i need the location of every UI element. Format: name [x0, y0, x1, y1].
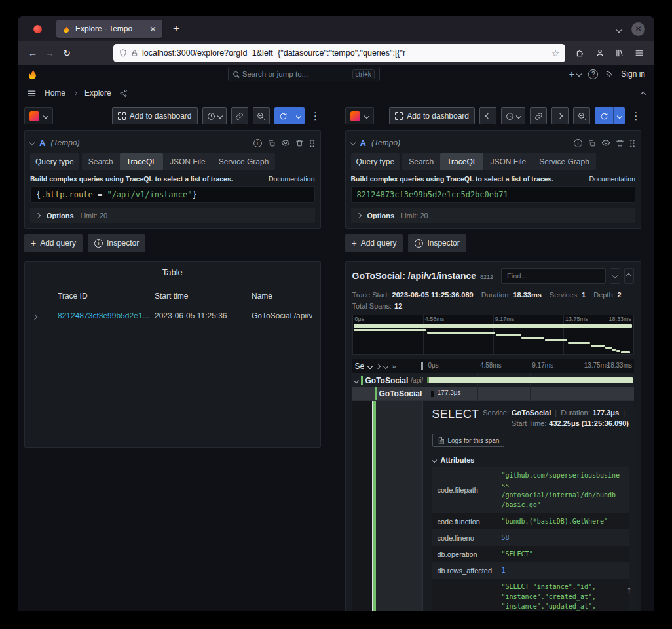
time-range-picker[interactable]: [501, 107, 525, 124]
logs-for-span-button[interactable]: Logs for this span: [432, 434, 505, 447]
inspector-button[interactable]: i Inspector: [408, 234, 466, 252]
profile-avatar-icon[interactable]: [33, 25, 42, 33]
zoom-out-button[interactable]: [573, 107, 590, 124]
query-help-icon[interactable]: i: [574, 139, 582, 147]
attribute-row[interactable]: code.filepath"github.com/superseriousbus…: [432, 467, 629, 513]
traceql-editor-left[interactable]: {.http.route = "/api/v1/instance"}: [30, 186, 315, 203]
url-text[interactable]: localhost:3000/explore?orgId=1&left={"da…: [142, 48, 548, 58]
attribute-row[interactable]: db.rows_affected1: [432, 562, 629, 579]
tab-json-file[interactable]: JSON File: [163, 153, 212, 170]
mega-menu-icon[interactable]: [27, 88, 37, 98]
new-tab-button[interactable]: +: [168, 20, 185, 37]
expand-row-icon[interactable]: [33, 310, 58, 322]
collapse-one-icon[interactable]: [376, 364, 380, 368]
column-resize-handle[interactable]: [421, 362, 423, 370]
create-menu-button[interactable]: +: [569, 69, 582, 79]
attribute-row[interactable]: db.operation"SELECT": [432, 546, 629, 562]
find-prev-button[interactable]: [624, 268, 634, 284]
column-header-start-time[interactable]: Start time: [155, 292, 252, 301]
tab-service-graph[interactable]: Service Graph: [212, 153, 276, 170]
link-split-button[interactable]: [530, 107, 547, 124]
documentation-link[interactable]: Documentation: [589, 175, 635, 183]
run-query-button[interactable]: [595, 107, 625, 124]
datasource-picker[interactable]: [24, 107, 53, 124]
breadcrumb-home[interactable]: Home: [45, 88, 65, 98]
collapse-page-icon[interactable]: [641, 87, 645, 99]
collapse-all-icon[interactable]: »: [392, 362, 396, 370]
back-button[interactable]: ←: [24, 45, 41, 62]
disable-query-eye-icon[interactable]: [281, 138, 290, 147]
menu-icon[interactable]: [631, 45, 648, 62]
shield-icon[interactable]: [119, 49, 127, 57]
extensions-icon[interactable]: [572, 45, 589, 62]
url-bar[interactable]: localhost:3000/explore?orgId=1&left={"da…: [113, 44, 565, 62]
time-shift-back-button[interactable]: [479, 107, 496, 124]
link-split-button[interactable]: [231, 107, 248, 124]
service-column-label[interactable]: Se: [355, 362, 365, 371]
share-icon[interactable]: [119, 89, 128, 98]
trace-minimap[interactable]: 0μs4.58ms9.17ms13.75ms18.33ms: [352, 314, 635, 355]
reload-button[interactable]: ↻: [58, 45, 75, 62]
traceql-editor-right[interactable]: 82124873cf3e99b5d2e1cc5d2bc0eb71: [351, 186, 636, 203]
run-interval-dropdown[interactable]: [613, 107, 625, 124]
tab-traceql[interactable]: TraceQL: [440, 153, 483, 170]
span-row-selected[interactable]: GoToSocial 177.3μs: [352, 387, 635, 401]
attribute-row[interactable]: code.function"bundb.(*basicDB).GetWhere": [432, 513, 629, 529]
tab-search[interactable]: Search: [82, 153, 120, 170]
browser-tab[interactable]: Explore - Tempo ✕: [56, 20, 162, 38]
datasource-picker[interactable]: [345, 107, 374, 124]
kebab-menu-icon[interactable]: ⋮: [631, 110, 641, 122]
chevron-down-icon[interactable]: [367, 363, 373, 368]
grafana-logo-icon[interactable]: [27, 68, 39, 80]
time-shift-forward-button[interactable]: [551, 107, 569, 124]
drag-handle-icon[interactable]: [309, 139, 315, 147]
add-query-button[interactable]: + Add query: [24, 234, 83, 252]
help-icon[interactable]: ?: [588, 69, 598, 79]
table-row[interactable]: 82124873cf3e99b5d2e1... 2023-06-05 11:25…: [25, 306, 320, 326]
library-icon[interactable]: [611, 45, 628, 62]
collapse-query-icon[interactable]: [29, 140, 35, 145]
bookmark-star-icon[interactable]: ☆: [551, 48, 559, 58]
add-to-dashboard-button[interactable]: Add to dashboard: [112, 107, 198, 124]
disable-query-eye-icon[interactable]: [601, 138, 610, 147]
pane-splitter[interactable]: [321, 107, 345, 611]
drag-handle-icon[interactable]: [629, 139, 635, 147]
documentation-link[interactable]: Documentation: [269, 175, 315, 183]
delete-query-icon[interactable]: [616, 139, 624, 147]
attributes-accordion[interactable]: Attributes: [432, 456, 629, 467]
forward-button[interactable]: →: [41, 45, 58, 62]
sign-in-button[interactable]: Sign in: [621, 69, 645, 79]
span-bar-tiny[interactable]: [431, 391, 434, 397]
tab-traceql[interactable]: TraceQL: [120, 153, 163, 170]
query-help-icon[interactable]: i: [253, 139, 262, 147]
tab-search[interactable]: Search: [402, 153, 440, 170]
news-rss-icon[interactable]: [605, 70, 614, 79]
inspector-button[interactable]: i Inspector: [88, 234, 145, 252]
trace-id-link[interactable]: 82124873cf3e99b5d2e1...: [58, 311, 155, 320]
expand-all-icon[interactable]: [384, 364, 388, 368]
time-range-picker[interactable]: [202, 107, 227, 124]
refresh-icon[interactable]: [595, 107, 613, 124]
kebab-menu-icon[interactable]: ⋮: [310, 110, 321, 122]
attribute-row[interactable]: code.lineno58: [432, 529, 629, 546]
collapse-span-icon[interactable]: [353, 377, 358, 383]
run-interval-dropdown[interactable]: [293, 107, 305, 124]
tab-close-icon[interactable]: ✕: [149, 25, 157, 33]
zoom-out-button[interactable]: [253, 107, 270, 124]
scroll-up-icon[interactable]: ↑: [627, 584, 631, 595]
delete-query-icon[interactable]: [295, 139, 304, 147]
find-next-button[interactable]: [610, 268, 620, 284]
span-bar-root[interactable]: [427, 377, 633, 383]
refresh-icon[interactable]: [274, 107, 293, 124]
account-icon[interactable]: [591, 45, 608, 62]
global-search[interactable]: ctrl+k: [228, 67, 380, 81]
span-row-root[interactable]: GoToSocial /api/: [352, 373, 635, 387]
tab-json-file[interactable]: JSON File: [483, 153, 532, 170]
options-section[interactable]: Options Limit: 20: [30, 208, 315, 223]
tab-service-graph[interactable]: Service Graph: [532, 153, 596, 170]
breadcrumb-current[interactable]: Explore: [84, 88, 111, 98]
copy-query-icon[interactable]: [588, 139, 596, 147]
window-close-button[interactable]: ✕: [631, 22, 645, 36]
collapse-query-icon[interactable]: [350, 140, 355, 145]
add-to-dashboard-button[interactable]: Add to dashboard: [389, 107, 475, 124]
